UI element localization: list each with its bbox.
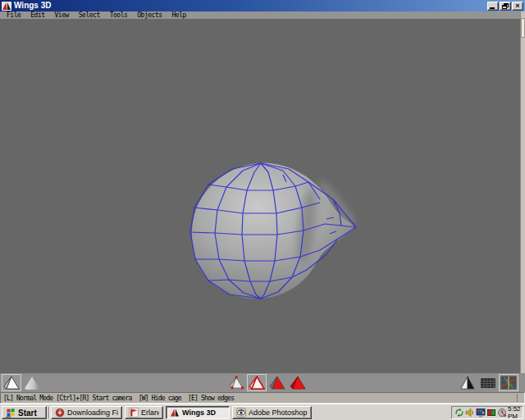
face-mode-icon [269,376,285,390]
smooth-preview-button[interactable] [22,374,42,391]
task-erlang[interactable]: Erlang [125,406,163,419]
windows-taskbar: Start Downloading File: /wings/... Erlan… [0,404,525,420]
download-dialog-icon [55,408,65,418]
axes-toggle-button[interactable] [499,374,518,391]
shading-toggle-button[interactable] [458,374,477,391]
start-button[interactable]: Start [2,406,47,419]
close-button[interactable]: × [512,2,523,11]
status-bar: [L] Normal Mode [Ctrl]+[R] Start camera … [0,392,525,404]
smooth-mesh-surface[interactable] [192,163,356,299]
status-text: [L] Normal Mode [Ctrl]+[R] Start camera … [3,395,234,402]
task-label: Adobe Photoshop [249,409,308,417]
task-label: Erlang [141,409,159,417]
wings3d-task-icon [170,408,180,418]
close-icon: × [515,2,519,10]
scrollbar-thumb[interactable] [521,18,525,38]
menu-file[interactable]: File [7,11,21,19]
groundplane-toggle-button[interactable] [478,374,498,391]
scheduler-icon[interactable] [497,408,507,418]
groundplane-grid-icon [480,376,496,390]
edge-mode-button[interactable] [247,374,267,391]
photoshop-eye-icon [236,408,246,418]
smooth-cone-icon [24,376,40,390]
right-scrollbar[interactable] [520,11,525,392]
task-wings3d[interactable]: Wings 3D [166,406,230,419]
shading-pyramid-icon [459,376,476,390]
menu-select[interactable]: Select [79,11,100,19]
volume-icon[interactable] [465,408,475,418]
menu-edit[interactable]: Edit [30,11,44,19]
clock: 5:52 PM [508,405,521,420]
task-label: Downloading File: /wings/... [67,409,118,417]
graphics-icon[interactable] [486,408,496,418]
menu-view[interactable]: View [55,11,69,19]
geometry-viewport[interactable] [0,19,525,373]
window-title: Wings 3D [14,0,486,11]
menu-objects[interactable]: Objects [137,11,162,19]
restore-icon [502,3,509,9]
menu-tools[interactable]: Tools [110,11,128,19]
menu-bar: File Edit View Select Tools Objects Help [0,11,525,19]
system-tray: 5:52 PM [451,406,523,419]
wings3d-window: Wings 3D × File Edit View Select Tools O… [0,0,525,404]
wings3d-app-icon [2,2,11,11]
sync-icon[interactable] [454,408,464,418]
edge-mode-icon [249,376,265,390]
windows-logo-icon [6,408,16,418]
title-bar[interactable]: Wings 3D × [0,0,525,11]
3d-scene [0,19,525,373]
toolbar [0,373,525,392]
vertex-mode-button[interactable] [226,374,246,391]
vertex-mode-icon [228,376,244,390]
body-mode-button[interactable] [288,374,308,391]
task-label: Wings 3D [182,409,216,417]
menu-help[interactable]: Help [172,11,186,19]
minimize-button[interactable] [487,2,499,11]
flat-tetrahedron-icon [3,376,20,390]
restore-button[interactable] [500,2,511,11]
task-downloading-file[interactable]: Downloading File: /wings/... [51,406,122,419]
taskbar-divider [48,407,50,418]
task-photoshop[interactable]: Adobe Photoshop [232,406,312,419]
axes-icon [500,376,517,390]
face-mode-button[interactable] [267,374,287,391]
erlang-icon [129,408,139,418]
status-resize-grip[interactable] [517,394,523,402]
flat-preview-button[interactable] [2,374,21,391]
display-icon[interactable] [476,408,486,418]
start-label: Start [18,409,37,418]
minimize-icon [490,7,495,9]
body-mode-icon [290,376,306,390]
